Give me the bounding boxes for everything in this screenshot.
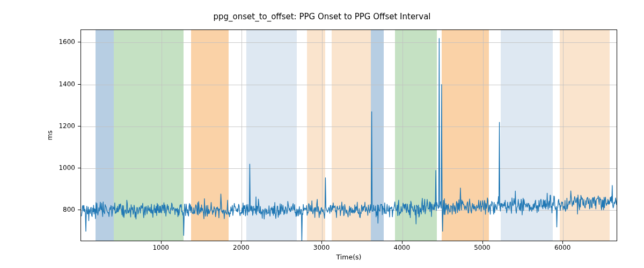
xtick-label: 3000 <box>305 244 338 251</box>
ytick-mark <box>78 84 80 85</box>
y-axis-label: ms <box>44 29 55 241</box>
ytick-label: 800 <box>54 206 75 213</box>
ytick-mark <box>78 210 80 210</box>
chart-title: ppg_onset_to_offset: PPG Onset to PPG Of… <box>0 12 644 21</box>
xtick-label: 6000 <box>546 244 579 251</box>
plot-area <box>80 29 617 241</box>
ytick-label: 1200 <box>54 122 75 130</box>
xtick-label: 4000 <box>386 244 418 251</box>
x-axis-label: Time(s) <box>80 253 617 261</box>
ytick-mark <box>78 42 80 42</box>
figure: ppg_onset_to_offset: PPG Onset to PPG Of… <box>0 0 644 268</box>
ytick-mark <box>78 168 80 168</box>
ytick-mark <box>78 126 80 126</box>
ytick-label: 1000 <box>54 164 75 172</box>
xtick-label: 2000 <box>225 244 257 251</box>
ytick-label: 1600 <box>54 38 75 46</box>
xtick-label: 5000 <box>466 244 499 251</box>
ytick-label: 1400 <box>54 80 75 88</box>
line-series <box>81 30 617 241</box>
xtick-label: 1000 <box>145 244 177 251</box>
